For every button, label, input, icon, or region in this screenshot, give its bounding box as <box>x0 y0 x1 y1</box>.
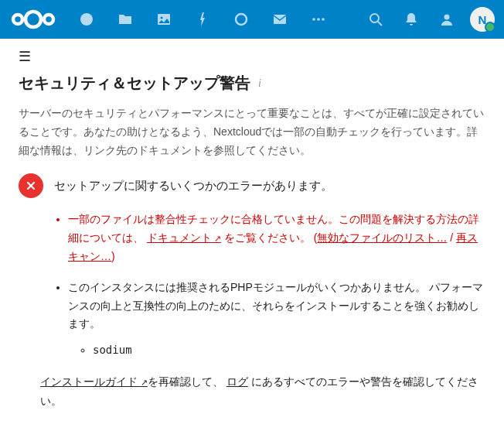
dashboard-icon[interactable] <box>70 2 104 36</box>
avatar-initial: N <box>478 13 487 26</box>
nav-icons <box>70 2 356 36</box>
link-documentation[interactable]: ドキュメント <box>147 231 221 244</box>
svg-point-8 <box>312 18 315 21</box>
talk-icon[interactable] <box>224 2 258 36</box>
link-log[interactable]: ログ <box>226 375 248 388</box>
search-icon[interactable] <box>359 2 393 36</box>
info-icon[interactable]: i <box>258 77 261 90</box>
intro-text: サーバーのセキュリティとパフォーマンスにとって重要なことは、すべてが正確に設定さ… <box>19 104 485 159</box>
contacts-icon[interactable] <box>430 2 464 36</box>
missing-module: sodium <box>93 341 485 360</box>
svg-point-6 <box>236 14 247 25</box>
error-heading-row: セットアップに関するいくつかのエラーがあります。 <box>19 173 485 198</box>
error-icon <box>19 173 43 198</box>
page-title: セキュリティ＆セットアップ警告 i <box>19 73 485 94</box>
issue-php-modules: このインスタンスには推奨されるPHPモジュールがいくつかありません。 パフォーマ… <box>68 279 485 360</box>
notifications-icon[interactable] <box>394 2 428 36</box>
files-icon[interactable] <box>108 2 142 36</box>
activity-icon[interactable] <box>186 2 220 36</box>
svg-point-12 <box>444 15 450 20</box>
svg-point-2 <box>44 15 53 24</box>
mail-icon[interactable] <box>263 2 297 36</box>
link-invalid-files[interactable]: 無効なファイルのリスト… <box>317 231 447 244</box>
avatar[interactable]: N <box>470 7 495 32</box>
svg-rect-7 <box>274 15 286 24</box>
content: ☰ セキュリティ＆セットアップ警告 i サーバーのセキュリティとパフォーマンスに… <box>0 39 504 421</box>
missing-modules-list: sodium <box>68 341 485 360</box>
issue-integrity: 一部のファイルは整合性チェックに合格していません。この問題を解決する方法の詳細に… <box>68 210 485 265</box>
nextcloud-logo[interactable] <box>9 6 57 33</box>
menu-toggle-icon[interactable]: ☰ <box>19 48 31 65</box>
svg-point-1 <box>13 15 22 24</box>
link-install-guide[interactable]: インストールガイド <box>40 375 148 388</box>
photos-icon[interactable] <box>147 2 181 36</box>
issues-list: 一部のファイルは整合性チェックに合格していません。この問題を解決する方法の詳細に… <box>19 210 485 360</box>
topbar: N <box>0 0 504 39</box>
svg-point-10 <box>322 18 325 21</box>
svg-point-11 <box>370 14 379 22</box>
more-apps-icon[interactable] <box>301 2 335 36</box>
error-heading-text: セットアップに関するいくつかのエラーがあります。 <box>54 179 332 193</box>
svg-point-0 <box>26 12 41 27</box>
svg-point-9 <box>317 18 320 21</box>
right-icons: N <box>359 2 495 36</box>
footer-install-guide: インストールガイド を再確認して、 ログ にあるすべてのエラーや警告を確認してく… <box>19 372 485 411</box>
svg-point-3 <box>80 13 93 26</box>
svg-point-5 <box>161 17 163 19</box>
